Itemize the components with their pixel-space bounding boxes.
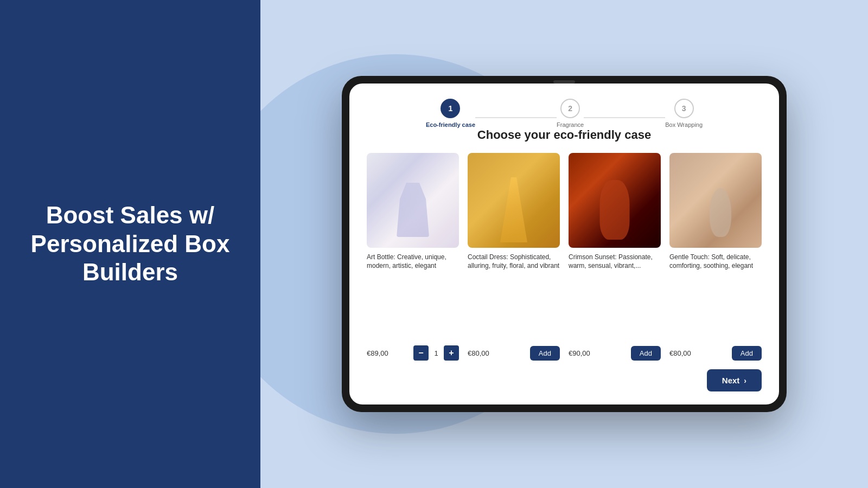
product-price-art-bottle: €89,00 (367, 349, 388, 357)
step-1-circle: 1 (441, 99, 460, 118)
step-2-label: Fragrance (557, 121, 584, 128)
step-1-label: Eco-friendly case (426, 121, 475, 128)
product-image-art-bottle (367, 153, 459, 248)
step-3-label: Box Wrapping (665, 121, 703, 128)
step-2: 2 Fragrance (557, 99, 584, 128)
section-heading: Choose your eco-friendly case (367, 128, 762, 142)
products-grid: Art Bottle: Creative, unique, modern, ar… (367, 153, 762, 361)
product-card-gentle-touch: Gentle Touch: Soft, delicate, comforting… (669, 153, 762, 361)
tablet-frame: 1 Eco-friendly case 2 Fragrance (342, 76, 787, 412)
product-card-crimson-sunset: Crimson Sunset: Passionate, warm, sensua… (569, 153, 661, 361)
product-image-cocktail-dress (468, 153, 560, 248)
tablet-screen: 1 Eco-friendly case 2 Fragrance (349, 84, 779, 404)
product-name-cocktail-dress: Coctail Dress: Sophisticated, alluring, … (468, 253, 560, 338)
product-card-art-bottle: Art Bottle: Creative, unique, modern, ar… (367, 153, 459, 361)
next-chevron-icon: › (744, 376, 746, 385)
headline: Boost Sales w/ Personalized Box Builders (22, 201, 239, 287)
product-image-gentle-touch (669, 153, 762, 248)
add-button-cocktail-dress[interactable]: Add (530, 346, 560, 361)
connector-2 (584, 99, 665, 118)
product-name-crimson-sunset: Crimson Sunset: Passionate, warm, sensua… (569, 253, 661, 338)
product-footer-gentle-touch: €80,00Add (669, 346, 762, 361)
product-image-crimson-sunset (569, 153, 661, 248)
add-button-gentle-touch[interactable]: Add (732, 346, 762, 361)
product-footer-crimson-sunset: €90,00Add (569, 346, 661, 361)
connector-1 (475, 99, 557, 118)
product-card-cocktail-dress: Coctail Dress: Sophisticated, alluring, … (468, 153, 560, 361)
right-panel: 1 Eco-friendly case 2 Fragrance (260, 0, 868, 488)
next-button[interactable]: Next › (707, 369, 762, 391)
step-1: 1 Eco-friendly case (426, 99, 475, 128)
step-3: 3 Box Wrapping (665, 99, 703, 128)
step-indicator: 1 Eco-friendly case 2 Fragrance (367, 99, 762, 128)
product-footer-art-bottle: €89,00−1+ (367, 345, 459, 361)
step-2-circle: 2 (560, 99, 580, 118)
step-3-circle: 3 (674, 99, 694, 118)
tablet-notch (553, 80, 575, 84)
left-panel: Boost Sales w/ Personalized Box Builders (0, 0, 260, 488)
bottom-bar: Next › (367, 369, 762, 391)
add-button-crimson-sunset[interactable]: Add (631, 346, 661, 361)
product-name-art-bottle: Art Bottle: Creative, unique, modern, ar… (367, 253, 459, 338)
qty-control-art-bottle: −1+ (413, 345, 459, 361)
product-price-gentle-touch: €80,00 (669, 349, 691, 357)
qty-value-art-bottle: 1 (432, 349, 441, 357)
product-name-gentle-touch: Gentle Touch: Soft, delicate, comforting… (669, 253, 762, 338)
product-price-crimson-sunset: €90,00 (569, 349, 590, 357)
product-footer-cocktail-dress: €80,00Add (468, 346, 560, 361)
qty-minus-art-bottle[interactable]: − (413, 345, 429, 361)
product-price-cocktail-dress: €80,00 (468, 349, 489, 357)
qty-plus-art-bottle[interactable]: + (444, 345, 459, 361)
